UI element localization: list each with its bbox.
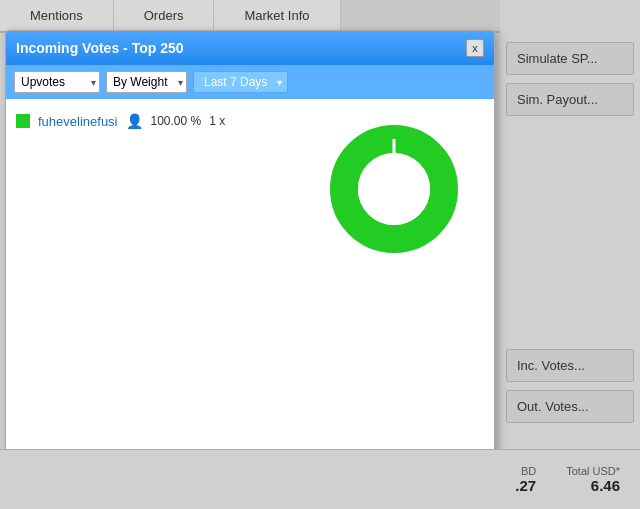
- vote-percent: 100.00 %: [151, 114, 202, 128]
- tab-mentions[interactable]: Mentions: [0, 0, 114, 31]
- donut-chart-area: [304, 109, 484, 437]
- modal-close-button[interactable]: x: [466, 39, 484, 57]
- donut-chart: [324, 119, 464, 259]
- modal-titlebar: Incoming Votes - Top 250 x: [6, 31, 494, 65]
- sim-payout-button[interactable]: Sim. Payout...: [506, 83, 634, 116]
- right-sidebar: Simulate SP... Sim. Payout... Inc. Votes…: [500, 0, 640, 509]
- bd-label: BD: [521, 465, 536, 477]
- bd-value: .27: [515, 477, 536, 494]
- vote-table: fuhevelinefusi 👤 100.00 % 1 x: [16, 109, 304, 437]
- upvotes-filter[interactable]: Upvotes Downvotes All: [14, 71, 100, 93]
- total-usd-label: Total USD*: [566, 465, 620, 477]
- bottom-bar: BD .27 Total USD* 6.46: [0, 449, 640, 509]
- out-votes-button[interactable]: Out. Votes...: [506, 390, 634, 423]
- weight-filter-wrapper: By Weight By Count: [106, 71, 187, 93]
- bd-cell: BD .27: [515, 465, 536, 494]
- vote-color-indicator: [16, 114, 30, 128]
- upvotes-filter-wrapper: Upvotes Downvotes All: [14, 71, 100, 93]
- date-range-button[interactable]: Last 7 Days: [193, 71, 288, 93]
- vote-row: fuhevelinefusi 👤 100.00 % 1 x: [16, 109, 304, 133]
- vote-username[interactable]: fuhevelinefusi: [38, 114, 118, 129]
- svg-point-1: [358, 153, 430, 225]
- modal-content: fuhevelinefusi 👤 100.00 % 1 x: [6, 99, 494, 447]
- total-usd-value: 6.46: [591, 477, 620, 494]
- user-icon: 👤: [126, 113, 143, 129]
- inc-votes-button[interactable]: Inc. Votes...: [506, 349, 634, 382]
- weight-filter[interactable]: By Weight By Count: [106, 71, 187, 93]
- vote-count: 1 x: [209, 114, 225, 128]
- modal-toolbar: Upvotes Downvotes All By Weight By Count…: [6, 65, 494, 99]
- simulate-sp-button[interactable]: Simulate SP...: [506, 42, 634, 75]
- incoming-votes-modal: Incoming Votes - Top 250 x Upvotes Downv…: [5, 30, 495, 460]
- modal-title: Incoming Votes - Top 250: [16, 40, 184, 56]
- total-usd-cell: Total USD* 6.46: [566, 465, 620, 494]
- tab-orders[interactable]: Orders: [114, 0, 215, 31]
- tab-market-info[interactable]: Market Info: [214, 0, 340, 31]
